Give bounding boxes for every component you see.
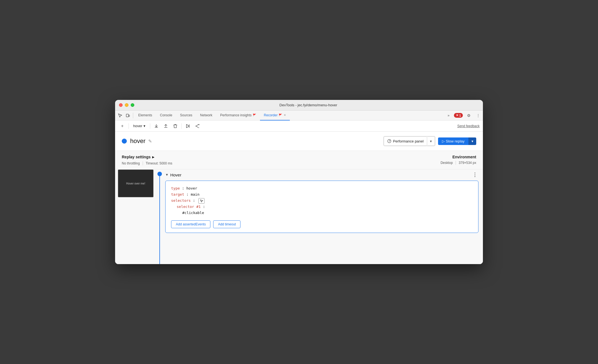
svg-rect-0 bbox=[126, 114, 128, 117]
environment-label: Environment bbox=[441, 155, 476, 159]
collapse-icon[interactable]: ▼ bbox=[165, 173, 169, 177]
maximize-button[interactable] bbox=[131, 103, 134, 107]
environment-meta: Desktop 379×534 px bbox=[441, 161, 476, 165]
step-header: ▼ Hover ⋮ bbox=[165, 172, 478, 178]
tab-close-icon[interactable]: ✕ bbox=[284, 114, 286, 117]
new-recording-btn[interactable]: + bbox=[118, 122, 126, 130]
code-line-target: target : main bbox=[171, 191, 473, 198]
send-feedback-link[interactable]: Send feedback bbox=[457, 124, 480, 128]
window-title: DevTools - jec.fyi/demo/menu-hover bbox=[138, 103, 479, 107]
steps-area: Hover over me! ▼ Hover ⋮ type : bbox=[115, 169, 483, 264]
replay-meta: No throttling Timeout: 5000 ms bbox=[122, 161, 172, 165]
close-button[interactable] bbox=[119, 103, 123, 107]
export-btn[interactable] bbox=[152, 122, 160, 130]
replay-settings-bar: Replay settings ▶ No throttling Timeout:… bbox=[115, 151, 483, 169]
replay-settings-title[interactable]: Replay settings ▶ bbox=[122, 155, 172, 159]
more-tabs-btn[interactable]: » bbox=[445, 114, 452, 117]
meta-separator bbox=[143, 161, 143, 165]
device-toolbar-btn[interactable] bbox=[124, 112, 132, 119]
title-bar: DevTools - jec.fyi/demo/menu-hover bbox=[115, 100, 483, 110]
svg-point-4 bbox=[389, 141, 390, 141]
code-line-type: type : hover bbox=[171, 185, 473, 191]
tab-recorder[interactable]: Recorder 🚩 ✕ bbox=[260, 110, 290, 120]
recording-dot bbox=[122, 139, 127, 144]
settings-btn[interactable]: ⚙ bbox=[465, 112, 472, 119]
performance-panel-dropdown-btn[interactable]: ▾ bbox=[427, 136, 435, 146]
step-code-block: type : hover target : main selectors : bbox=[165, 181, 478, 233]
recording-header: hover ✎ Performance panel ▾ bbox=[115, 132, 483, 151]
tab-settings-area: ✕ 1 ⚙ ⋮ bbox=[454, 112, 482, 119]
tab-network[interactable]: Network bbox=[196, 110, 216, 120]
tab-sources[interactable]: Sources bbox=[176, 110, 196, 120]
tab-performance-insights[interactable]: Performance insights 🚩 bbox=[216, 110, 260, 120]
step-line bbox=[159, 176, 160, 264]
code-line-selectors: selectors : bbox=[171, 198, 473, 204]
slow-replay-group: ▷ Slow replay ▾ bbox=[438, 137, 476, 145]
step-dot bbox=[157, 172, 162, 176]
recorder-toolbar: + hover ▾ bbox=[115, 120, 483, 132]
error-icon: ✕ bbox=[456, 114, 458, 117]
more-options-btn[interactable]: ⋮ bbox=[475, 112, 482, 119]
tab-bar: Elements Console Sources Network Perform… bbox=[115, 110, 483, 120]
toggle-replay-btn[interactable] bbox=[193, 122, 201, 130]
replay-settings-arrow-icon: ▶ bbox=[152, 156, 154, 159]
devtools-body: Elements Console Sources Network Perform… bbox=[115, 110, 483, 264]
add-asserted-events-btn[interactable]: Add assertedEvents bbox=[171, 220, 210, 228]
slow-replay-dropdown-btn[interactable]: ▾ bbox=[468, 137, 476, 145]
error-badge[interactable]: ✕ 1 bbox=[454, 113, 463, 118]
edit-title-icon[interactable]: ✎ bbox=[148, 139, 152, 144]
step-actions: Add assertedEvents Add timeout bbox=[171, 220, 473, 228]
toolbar-separator bbox=[133, 113, 133, 118]
import-btn[interactable] bbox=[162, 122, 170, 130]
inspect-element-btn[interactable] bbox=[116, 112, 124, 119]
code-line-selector-val: #clickable bbox=[171, 210, 473, 216]
rec-sep-1 bbox=[128, 123, 129, 129]
rec-sep-3 bbox=[181, 123, 182, 129]
dropdown-chevron-icon: ▾ bbox=[144, 124, 145, 128]
recording-title: hover bbox=[130, 137, 145, 145]
step-thumbnail-area: Hover over me! bbox=[115, 169, 156, 264]
add-timeout-btn[interactable]: Add timeout bbox=[213, 220, 240, 228]
delete-recording-btn[interactable] bbox=[171, 122, 179, 130]
step-connector bbox=[156, 169, 163, 264]
svg-rect-1 bbox=[129, 115, 130, 117]
performance-panel-group: Performance panel ▾ bbox=[383, 136, 435, 146]
env-meta-separator bbox=[456, 161, 456, 165]
devtools-window: DevTools - jec.fyi/demo/menu-hover Eleme… bbox=[115, 100, 483, 264]
performance-panel-btn[interactable]: Performance panel bbox=[384, 136, 427, 146]
step-content: ▼ Hover ⋮ type : hover target : main bbox=[163, 169, 483, 264]
tab-console[interactable]: Console bbox=[156, 110, 176, 120]
slow-replay-btn[interactable]: ▷ Slow replay bbox=[438, 137, 468, 145]
performance-insights-icon: 🚩 bbox=[253, 114, 256, 117]
rec-sep-2 bbox=[150, 123, 150, 129]
code-line-selector-num: selector #1 : bbox=[171, 204, 473, 210]
step-name: Hover bbox=[170, 173, 181, 177]
tab-elements[interactable]: Elements bbox=[134, 110, 156, 120]
recording-select[interactable]: hover ▾ bbox=[131, 123, 148, 129]
traffic-lights bbox=[119, 103, 134, 107]
minimize-button[interactable] bbox=[125, 103, 128, 107]
header-actions: Performance panel ▾ ▷ Slow replay ▾ bbox=[383, 136, 476, 146]
step-menu-btn[interactable]: ⋮ bbox=[471, 172, 478, 178]
selector-picker-icon[interactable] bbox=[198, 198, 205, 204]
recorder-icon: 🚩 bbox=[279, 114, 282, 117]
step-replay-btn[interactable] bbox=[184, 122, 192, 130]
step-thumbnail: Hover over me! bbox=[118, 169, 154, 197]
replay-settings-right: Environment Desktop 379×534 px bbox=[441, 155, 476, 165]
replay-settings-left: Replay settings ▶ No throttling Timeout:… bbox=[122, 155, 172, 165]
